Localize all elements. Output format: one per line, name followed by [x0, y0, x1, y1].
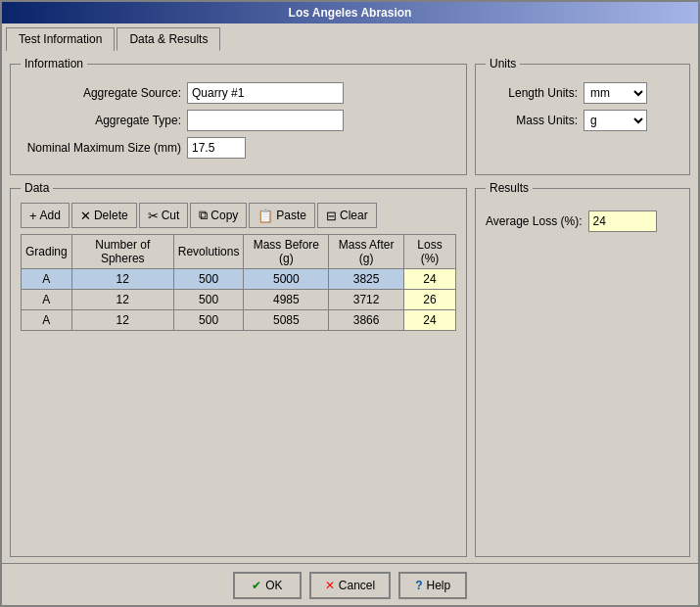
- add-icon: +: [29, 209, 37, 223]
- length-units-row: Length Units: mm in: [486, 82, 679, 104]
- table-row[interactable]: A 12 500 5085 3866 24: [22, 310, 456, 331]
- col-revolutions: Revolutions: [173, 235, 244, 269]
- mass-units-label: Mass Units:: [486, 114, 583, 127]
- data-fieldset: Data + Add ✕ Delete ✂ Cut ⧉: [10, 181, 467, 557]
- nominal-size-input[interactable]: [187, 137, 246, 159]
- col-spheres: Number of Spheres: [71, 235, 173, 269]
- mass-units-row: Mass Units: g kg lb: [486, 110, 679, 131]
- help-label: Help: [427, 579, 451, 592]
- col-grading: Grading: [22, 235, 72, 269]
- row2-mass-before: 4985: [244, 290, 329, 310]
- row3-grading: A: [22, 310, 72, 331]
- info-form: Aggregate Source: Aggregate Type: Nomina…: [21, 78, 456, 159]
- aggregate-source-row: Aggregate Source:: [21, 82, 456, 104]
- aggregate-source-label: Aggregate Source:: [21, 86, 187, 100]
- avg-loss-label: Average Loss (%):: [486, 214, 588, 228]
- row2-revolutions: 500: [173, 290, 244, 310]
- main-window: Los Angeles Abrasion Test Information Da…: [0, 0, 700, 607]
- cut-icon: ✂: [148, 209, 159, 223]
- copy-button[interactable]: ⧉ Copy: [190, 203, 247, 228]
- paste-icon: 📋: [257, 209, 273, 223]
- tab-bar: Test Information Data & Results: [2, 23, 698, 51]
- delete-button[interactable]: ✕ Delete: [71, 203, 137, 228]
- row2-grading: A: [22, 290, 72, 310]
- toolbar: + Add ✕ Delete ✂ Cut ⧉ Copy: [21, 203, 456, 228]
- nominal-size-row: Nominal Maximum Size (mm): [21, 137, 456, 159]
- data-legend: Data: [21, 181, 53, 195]
- row1-grading: A: [22, 269, 72, 290]
- clear-button[interactable]: ⊟ Clear: [317, 203, 377, 228]
- row3-revolutions: 500: [173, 310, 244, 331]
- row1-loss: 24: [403, 269, 455, 290]
- row3-spheres: 12: [71, 310, 173, 331]
- clear-icon: ⊟: [326, 209, 337, 223]
- ok-icon: ✔: [252, 579, 261, 592]
- information-fieldset: Information Aggregate Source: Aggregate …: [10, 57, 467, 175]
- tab-data-results[interactable]: Data & Results: [117, 27, 220, 51]
- row3-mass-before: 5085: [244, 310, 329, 331]
- avg-loss-input[interactable]: [588, 210, 657, 232]
- row3-mass-after: 3866: [329, 310, 404, 331]
- cancel-button[interactable]: ✕ Cancel: [309, 572, 391, 599]
- units-legend: Units: [486, 57, 520, 70]
- units-form: Length Units: mm in Mass Units: g kg lb: [486, 78, 679, 131]
- table-container: Grading Number of Spheres Revolutions Ma…: [21, 234, 456, 546]
- results-fieldset: Results Average Loss (%):: [475, 181, 690, 557]
- aggregate-source-input[interactable]: [187, 82, 344, 104]
- aggregate-type-input[interactable]: [187, 110, 344, 131]
- row2-mass-after: 3712: [329, 290, 404, 310]
- information-legend: Information: [21, 57, 87, 70]
- delete-icon: ✕: [80, 209, 91, 223]
- results-content: Average Loss (%):: [486, 203, 679, 232]
- title-bar: Los Angeles Abrasion: [2, 2, 698, 23]
- add-label: Add: [40, 209, 61, 222]
- aggregate-type-row: Aggregate Type:: [21, 110, 456, 131]
- copy-label: Copy: [210, 209, 238, 222]
- delete-label: Delete: [94, 209, 128, 222]
- copy-icon: ⧉: [199, 208, 208, 223]
- length-units-select[interactable]: mm in: [583, 82, 647, 104]
- tab-test-information[interactable]: Test Information: [6, 27, 115, 51]
- cancel-icon: ✕: [325, 579, 335, 592]
- units-fieldset: Units Length Units: mm in Mass Units: g: [475, 57, 690, 175]
- aggregate-type-label: Aggregate Type:: [21, 114, 187, 127]
- length-units-label: Length Units:: [486, 86, 583, 100]
- nominal-size-label: Nominal Maximum Size (mm): [21, 141, 187, 155]
- row1-revolutions: 500: [173, 269, 244, 290]
- row2-spheres: 12: [71, 290, 173, 310]
- help-icon: ?: [415, 579, 422, 592]
- ok-button[interactable]: ✔ OK: [233, 572, 302, 599]
- table-row[interactable]: A 12 500 4985 3712 26: [22, 290, 456, 310]
- data-table: Grading Number of Spheres Revolutions Ma…: [21, 234, 456, 331]
- content-area: Information Aggregate Source: Aggregate …: [2, 51, 698, 563]
- top-row: Information Aggregate Source: Aggregate …: [10, 57, 690, 175]
- row1-mass-before: 5000: [244, 269, 329, 290]
- row2-loss: 26: [403, 290, 455, 310]
- mass-units-select[interactable]: g kg lb: [583, 110, 647, 131]
- bottom-buttons: ✔ OK ✕ Cancel ? Help: [2, 563, 698, 605]
- window-title: Los Angeles Abrasion: [289, 6, 412, 20]
- row1-mass-after: 3825: [329, 269, 404, 290]
- row1-spheres: 12: [71, 269, 173, 290]
- table-row[interactable]: A 12 500 5000 3825 24: [22, 269, 456, 290]
- cut-button[interactable]: ✂ Cut: [139, 203, 189, 228]
- col-mass-after: Mass After (g): [329, 235, 404, 269]
- clear-label: Clear: [340, 209, 368, 222]
- col-loss: Loss (%): [403, 235, 455, 269]
- table-header: Grading Number of Spheres Revolutions Ma…: [22, 235, 456, 269]
- cancel-label: Cancel: [339, 579, 375, 592]
- results-legend: Results: [486, 181, 533, 195]
- cut-label: Cut: [162, 209, 180, 222]
- paste-button[interactable]: 📋 Paste: [249, 203, 315, 228]
- ok-label: OK: [265, 579, 282, 592]
- bottom-row: Data + Add ✕ Delete ✂ Cut ⧉: [10, 181, 690, 557]
- table-body: A 12 500 5000 3825 24 A 12 500: [22, 269, 456, 331]
- row3-loss: 24: [403, 310, 455, 331]
- paste-label: Paste: [276, 209, 306, 222]
- help-button[interactable]: ? Help: [398, 572, 467, 599]
- add-button[interactable]: + Add: [21, 203, 70, 228]
- col-mass-before: Mass Before (g): [244, 235, 329, 269]
